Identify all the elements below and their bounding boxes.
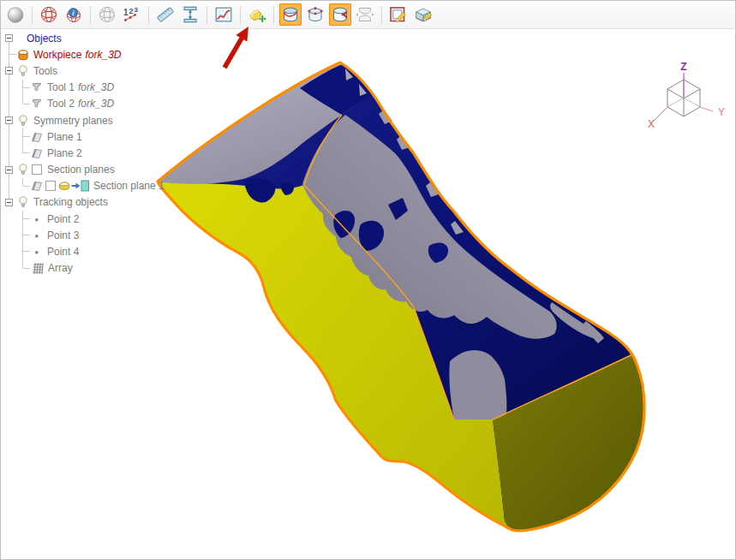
tool-punch-icon [30,80,44,94]
workpiece-display-icon [280,4,301,25]
application-window: Z X Y i123 ObjectsWorkpiecefork_3DToolsT… [0,0,736,560]
section-view-button[interactable] [329,3,351,26]
tree-item-label: Tool 2 [47,98,75,110]
tree-item-array[interactable]: Array [3,260,165,277]
toolbar-separator [240,6,241,24]
plane-preview-icon [81,179,90,193]
svg-text:3: 3 [135,6,139,14]
tree-item-label: Point 2 [47,213,79,225]
tree-expander[interactable] [3,162,16,178]
tree-item-objects[interactable]: Objects [3,30,165,46]
expander-minus-icon[interactable] [5,67,13,74]
expander-minus-icon[interactable] [5,116,13,124]
tree-item-section-planes[interactable]: Section planes [3,162,165,178]
tracking-points-icon [305,4,326,25]
toolbar-separator [148,6,149,24]
edit-checkbox-icon [388,4,409,25]
tree-expander[interactable] [3,63,16,79]
axis-label-z: Z [680,61,686,73]
tree-item-label: Section planes [47,164,115,176]
workpiece-cylinder-icon [16,48,30,62]
tree-item-symmetry-planes[interactable]: Symmetry planes [3,112,165,128]
tree-item-point-4[interactable]: Point 4 [3,243,165,259]
tree-item-point-2[interactable]: Point 2 [3,211,165,227]
plane-icon [30,179,44,193]
shaded-sphere-button[interactable] [4,3,27,26]
visibility-checkbox[interactable] [45,181,56,191]
tracking-points-button[interactable] [304,3,326,26]
add-workpiece-button[interactable] [246,3,268,26]
lightbulb-icon [16,114,30,128]
tree-connector [16,128,30,145]
tree-connector [3,96,16,112]
plane-icon [30,146,44,160]
toolbar-separator [206,6,207,24]
tree-expander[interactable] [3,194,16,211]
tree-item-label: Plane 2 [47,147,82,159]
tree-item-label: Workpiece [33,49,81,61]
tree-item-tracking-objects[interactable]: Tracking objects [3,194,165,211]
tree-item-label: Tracking objects [33,196,108,208]
tree-item-plane-1[interactable]: Plane 1 [3,128,165,145]
visibility-checkbox[interactable] [32,164,42,175]
tree-connector [3,46,16,63]
chart-button[interactable] [212,3,235,26]
toolbar-separator [381,6,382,24]
tree-item-label: Symmetry planes [33,115,113,127]
tree-connector [3,145,16,161]
mesh-sphere-disabled-icon [97,4,117,25]
objects-tree: ObjectsWorkpiecefork_3DToolsTool 1fork_3… [3,30,165,277]
edit-checkbox-button[interactable] [387,3,410,26]
lightbulb-icon [16,163,30,176]
axis-label-y: Y [718,106,725,118]
tree-connector [16,96,30,112]
tree-item-suffix: fork_3D [78,98,114,110]
toolbar-separator [32,6,33,24]
tree-expander[interactable] [3,112,16,128]
tree-item-plane-2[interactable]: Plane 2 [3,145,165,161]
expander-minus-icon[interactable] [5,199,13,206]
toolbar-separator [273,6,274,24]
tree-item-label: Objects [27,33,62,45]
svg-text:2: 2 [129,7,134,15]
array-grid-icon [30,261,45,275]
ruler-icon [155,4,176,25]
tree-connector [3,227,16,243]
tree-item-label: Array [48,262,73,274]
tree-connector [16,145,30,161]
plane-icon [30,130,44,144]
tree-connector [16,80,30,96]
ruler-button[interactable] [154,3,177,26]
toolbar-separator [90,6,91,24]
tree-item-section-plane-1[interactable]: Section plane 1 [3,178,165,194]
shaded-sphere-icon [5,4,26,25]
tree-item-tools[interactable]: Tools [3,63,165,79]
symmetry-display-button[interactable] [354,3,376,26]
expander-minus-icon[interactable] [5,166,13,174]
numbers-123-icon: 123 [122,4,142,25]
mesh-sphere-button[interactable] [38,3,60,26]
vertical-measure-button[interactable] [179,3,201,26]
mesh-info-button[interactable]: i [63,3,85,26]
workpiece-display-button[interactable] [279,3,302,26]
mesh-sphere-disabled-button[interactable] [96,3,118,26]
numbers-123-button[interactable]: 123 [121,3,143,26]
point-bullet-icon [30,229,44,242]
lightbulb-icon [16,64,30,78]
expander-minus-icon[interactable] [5,34,13,42]
add-workpiece-icon [247,4,267,25]
tree-item-workpiece[interactable]: Workpiecefork_3D [3,46,165,63]
tree-item-tool-1[interactable]: Tool 1fork_3D [3,80,165,96]
chart-icon [213,4,234,25]
tree-expander[interactable] [3,30,16,46]
tree-connector [3,128,16,145]
tree-item-label: Plane 1 [47,131,82,143]
vertical-measure-icon [180,4,200,25]
tree-connector [3,178,16,194]
tree-item-point-3[interactable]: Point 3 [3,227,165,243]
tree-connector [16,178,30,194]
edit-geometry-button[interactable] [412,3,434,26]
tree-item-tool-2[interactable]: Tool 2fork_3D [3,96,165,112]
lightbulb-icon [16,195,30,209]
mesh-info-icon: i [63,4,84,25]
